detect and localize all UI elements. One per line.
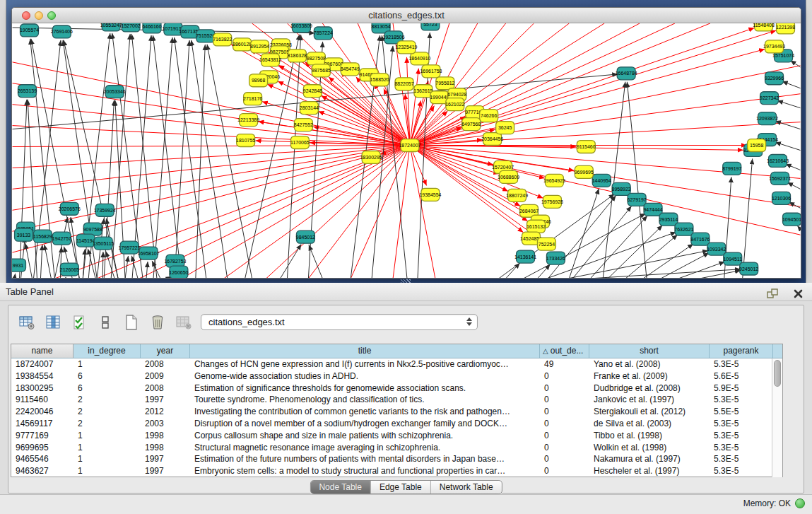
graph-node[interactable]: 12325419 xyxy=(395,41,417,54)
table-cell[interactable]: Tourette syndrome. Phenomenology and cla… xyxy=(190,394,540,406)
table-cell[interactable]: Hescheler et al. (1997) xyxy=(589,465,710,477)
table-settings-icon[interactable] xyxy=(18,315,35,330)
table-cell[interactable]: 14569117 xyxy=(11,418,73,430)
graph-node[interactable]: 8427552 xyxy=(294,119,313,132)
table-cell[interactable]: 5.9E-5 xyxy=(710,382,773,395)
graph-node[interactable]: 55723 xyxy=(421,23,440,30)
window-titlebar[interactable]: citations_edges.txt xyxy=(12,8,801,23)
graph-node[interactable]: 1588520 xyxy=(370,74,389,86)
graph-node[interactable]: 39133 xyxy=(15,228,33,241)
graph-node[interactable]: 7163822 xyxy=(213,33,232,46)
table-cell[interactable]: 1 xyxy=(73,430,141,442)
graph-node[interactable]: 20364456 xyxy=(481,133,503,146)
graph-node[interactable]: 1094511 xyxy=(723,252,742,265)
delete-table-icon[interactable] xyxy=(175,315,192,330)
table-cell[interactable]: Nakamura et al. (1997) xyxy=(589,453,710,465)
table-row[interactable]: 977716911998Corpus callosum shape and si… xyxy=(11,430,782,442)
graph-node[interactable]: 12213389 xyxy=(237,114,259,127)
table-cell[interactable]: Dudbridge et al. (2008) xyxy=(589,382,710,395)
table-row[interactable]: 1830029562008Estimation of significance … xyxy=(11,382,782,395)
table-row[interactable]: 2242004622012Investigating the contribut… xyxy=(11,406,782,418)
table-cell[interactable]: 5.3E-5 xyxy=(710,442,773,454)
table-cell[interactable]: 18724007 xyxy=(11,358,73,370)
table-row[interactable]: 1456911722003Disruption of a novel membe… xyxy=(11,418,782,430)
network-canvas[interactable]: 1905574276914061055324715270026466160107… xyxy=(12,23,801,278)
graph-node[interactable]: 8471676 xyxy=(690,233,710,245)
graph-node[interactable]: 8958923 xyxy=(612,182,631,195)
graph-node[interactable]: 9245012 xyxy=(739,262,758,275)
table-cell[interactable]: Wolkin et al. (1998) xyxy=(589,442,710,454)
table-cell[interactable]: 5.3E-5 xyxy=(710,465,773,477)
table-cell[interactable]: 0 xyxy=(540,453,589,465)
column-header-name[interactable]: name xyxy=(11,344,73,358)
graph-node[interactable]: 16958107 xyxy=(138,247,160,259)
graph-node[interactable]: 20206576 xyxy=(59,202,81,215)
table-cell[interactable]: Corpus callosum shape and size in male p… xyxy=(190,430,540,442)
graph-node[interactable]: 16033809 xyxy=(290,23,312,33)
graph-node[interactable]: 19384554 xyxy=(419,188,441,201)
graph-node[interactable]: 17359924 xyxy=(94,204,116,216)
table-cell[interactable]: 9463627 xyxy=(11,465,73,477)
table-cell[interactable]: 9465546 xyxy=(11,453,73,465)
table-cell[interactable]: Yano et al. (2008) xyxy=(589,358,710,370)
table-cell[interactable]: 0 xyxy=(540,442,589,454)
table-row[interactable]: 946362711997Embryonic stem cells: a mode… xyxy=(11,465,782,477)
table-cell[interactable]: 2008 xyxy=(141,382,190,395)
graph-node[interactable]: 18300295 xyxy=(360,151,382,163)
column-header-out-de-[interactable]: △out_de... xyxy=(540,344,589,358)
close-panel-icon[interactable] xyxy=(789,286,806,301)
new-document-icon[interactable] xyxy=(123,315,140,330)
graph-node[interactable]: 12093872 xyxy=(756,112,778,125)
graph-node[interactable]: 19734493 xyxy=(763,40,785,53)
table-cell[interactable]: 5.3E-5 xyxy=(710,358,773,370)
graph-node[interactable]: 8799197 xyxy=(722,162,741,175)
graph-node[interactable]: 8454749 xyxy=(341,63,360,76)
column-header-title[interactable]: title xyxy=(190,344,540,358)
graph-node[interactable]: 1621022 xyxy=(445,98,464,111)
table-cell[interactable]: 2 xyxy=(73,418,141,430)
graph-node[interactable]: 19654923 xyxy=(543,174,565,187)
table-cell[interactable]: Genome-wide association studies in ADHD. xyxy=(190,370,540,382)
graph-node[interactable]: 2718176 xyxy=(243,93,262,105)
graph-node[interactable]: 2126065 xyxy=(60,263,79,276)
graph-node[interactable]: 18724007 xyxy=(399,139,420,152)
graph-node[interactable]: 19931 xyxy=(12,259,25,271)
column-header-short[interactable]: short xyxy=(589,344,710,358)
graph-node[interactable]: 7857224 xyxy=(314,27,333,40)
table-cell[interactable]: Jankovic et al. (1997) xyxy=(589,394,710,406)
table-cell[interactable]: Franke et al. (2009) xyxy=(589,370,710,382)
table-cell[interactable]: 1 xyxy=(73,465,141,477)
table-cell[interactable]: 2 xyxy=(73,394,141,406)
graph-node[interactable]: 9329966 xyxy=(765,72,784,85)
graph-node[interactable]: 10688609 xyxy=(498,170,519,183)
graph-node[interactable]: 16961758 xyxy=(420,65,442,78)
graph-node[interactable]: 7955812 xyxy=(435,77,454,90)
graph-node[interactable]: 9699695 xyxy=(575,165,594,178)
table-cell[interactable]: 1 xyxy=(73,453,141,465)
graph-node[interactable]: 18807249 xyxy=(506,189,528,201)
table-cell[interactable]: 0 xyxy=(540,370,589,382)
graph-node[interactable]: 1733426 xyxy=(546,252,565,264)
citation-network-graph[interactable]: 1905574276914061055324715270026466160107… xyxy=(12,23,801,278)
graph-node[interactable]: 1615132 xyxy=(526,220,546,233)
table-cell[interactable]: 5.6E-5 xyxy=(710,370,773,382)
float-window-icon[interactable] xyxy=(764,286,781,301)
column-header-pagerank[interactable]: pagerank xyxy=(710,344,773,358)
table-row[interactable]: 1938455462009Genome-wide association stu… xyxy=(11,370,782,382)
table-cell[interactable]: 5.3E-5 xyxy=(710,394,773,406)
graph-node[interactable]: 10553247 xyxy=(100,23,122,31)
table-cell[interactable]: 2008 xyxy=(141,358,190,370)
table-cell[interactable]: 0 xyxy=(540,406,589,418)
graph-node[interactable]: 752254 xyxy=(537,238,555,250)
graph-node[interactable]: 2653139 xyxy=(18,85,37,98)
table-cell[interactable]: 0 xyxy=(540,418,589,430)
table-cell[interactable]: 19384554 xyxy=(11,370,73,382)
table-cell[interactable]: Tibbo et al. (1998) xyxy=(589,430,710,442)
table-cell[interactable]: 1997 xyxy=(141,465,190,477)
scrollbar-thumb[interactable] xyxy=(774,360,781,387)
table-cell[interactable]: 1997 xyxy=(141,394,190,406)
trash-icon[interactable] xyxy=(149,315,166,330)
graph-node[interactable]: 9474444 xyxy=(643,203,662,216)
graph-node[interactable]: 9827508 xyxy=(307,52,326,65)
row-height-icon[interactable] xyxy=(97,315,114,330)
